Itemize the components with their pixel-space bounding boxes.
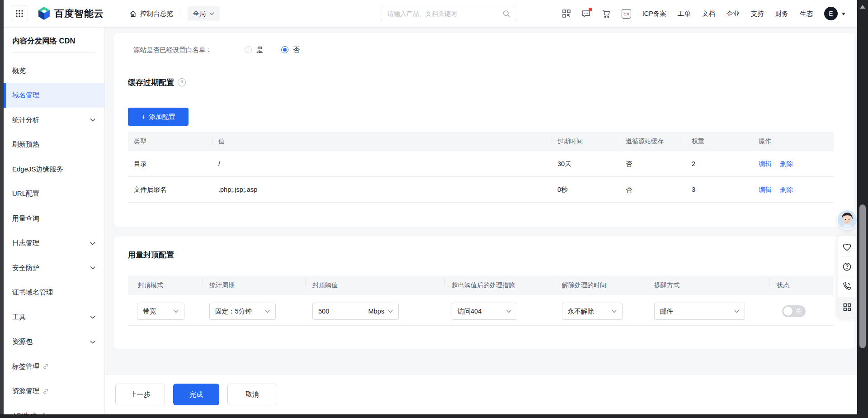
navbar-divider <box>180 10 180 17</box>
avatar[interactable]: E <box>824 7 838 20</box>
scrollbar-up-arrow[interactable] <box>860 2 865 9</box>
external-link-icon <box>42 363 49 370</box>
sidebar-item-url-config[interactable]: URL配置 <box>4 182 104 207</box>
finish-button[interactable]: 完成 <box>173 384 219 405</box>
account-caret-icon <box>842 13 845 17</box>
table-row: 文件后缀名 .php;.jsp;.asp 0秒 否 3 编辑 删除 <box>128 177 834 203</box>
window-frame-bottom <box>0 414 868 418</box>
region-label: 全局 <box>193 10 206 18</box>
col-expire: 过期时间 <box>552 132 620 151</box>
search-icon[interactable] <box>503 10 510 18</box>
help-icon[interactable]: ? <box>178 78 186 86</box>
cache-section-title: 缓存过期配置 ? <box>128 77 834 88</box>
radio-yes[interactable]: 是 <box>245 46 263 54</box>
nav-link-ticket[interactable]: 工单 <box>678 10 691 18</box>
col-stat-period: 统计周期 <box>202 281 305 290</box>
cart-icon[interactable] <box>602 10 610 18</box>
language-switch-icon[interactable]: En <box>622 9 631 19</box>
contact-button[interactable] <box>838 276 856 295</box>
chevron-down-icon <box>265 310 270 313</box>
notification-badge <box>589 8 592 11</box>
sidebar-item-resource-pack[interactable]: 资源包 <box>4 330 104 355</box>
radio-no[interactable]: 否 <box>281 46 300 54</box>
more-tools-button[interactable] <box>838 297 856 318</box>
nav-link-enterprise[interactable]: 企业 <box>726 10 740 18</box>
edit-link[interactable]: 编辑 <box>759 186 772 193</box>
threshold-unit-select[interactable]: Mbps <box>368 308 384 315</box>
app-launcher-button[interactable] <box>11 5 28 22</box>
toggle-knob <box>783 307 793 316</box>
brand-name: 百度智能云 <box>54 7 104 20</box>
sidebar-item-domain-management[interactable]: 域名管理 <box>4 83 104 108</box>
help-button[interactable] <box>838 257 856 276</box>
sidebar-item-tag-management[interactable]: 标签管理 <box>4 354 104 379</box>
edit-link[interactable]: 编辑 <box>759 160 772 167</box>
sidebar-item-api-generate[interactable]: API生成 <box>4 404 104 414</box>
qr-code-icon[interactable] <box>562 10 571 18</box>
global-search[interactable] <box>381 6 516 21</box>
chevron-down-icon <box>90 315 95 319</box>
threshold-input-group[interactable]: 500 Mbps <box>312 303 399 320</box>
col-notify-method: 提醒方式 <box>647 281 769 290</box>
chevron-down-icon <box>90 118 95 122</box>
threshold-value-input[interactable]: 500 <box>318 308 329 315</box>
assistant-avatar[interactable] <box>838 210 857 229</box>
sidebar-item-edgejs[interactable]: EdgeJS边缘服务 <box>4 157 104 182</box>
sidebar-item-statistics[interactable]: 统计分析 <box>4 108 104 133</box>
sidebar-item-security[interactable]: 安全防护 <box>4 256 104 280</box>
cap-controls-row: 带宽 固定：5分钟 500 Mbps <box>128 303 834 320</box>
chevron-down-icon <box>209 12 214 15</box>
message-bubble-icon[interactable] <box>582 10 590 18</box>
console-overview-label: 控制台总览 <box>140 10 173 18</box>
account-menu[interactable]: E <box>824 7 845 20</box>
chevron-down-icon <box>90 340 95 344</box>
scrollbar-thumb[interactable] <box>859 204 866 348</box>
cache-config-card: 源站是否已经设置白名单： 是 否 缓存过期配置 ? + 添加配置 类型 值 <box>114 33 854 227</box>
region-selector[interactable]: 全局 <box>188 6 220 21</box>
nav-link-ecosystem[interactable]: 生态 <box>800 10 813 18</box>
window-frame-left <box>0 0 4 418</box>
col-actions: 操作 <box>753 132 834 151</box>
console-overview-link[interactable]: 控制台总览 <box>129 10 173 18</box>
favorite-button[interactable] <box>838 238 856 256</box>
radio-yes-circle[interactable] <box>245 46 252 53</box>
table-header-row: 类型 值 过期时间 遵循源站缓存 权重 操作 <box>128 132 834 151</box>
prev-step-button[interactable]: 上一步 <box>115 384 165 405</box>
help-circle-icon <box>843 262 851 271</box>
sidebar-item-overview[interactable]: 概览 <box>4 58 104 83</box>
delete-link[interactable]: 删除 <box>780 186 793 193</box>
heart-icon <box>843 243 851 251</box>
sidebar-item-refresh-prefetch[interactable]: 刷新预热 <box>4 133 104 157</box>
nav-link-icp[interactable]: ICP备案 <box>642 10 666 18</box>
page-scrollbar[interactable] <box>857 0 868 414</box>
sidebar-item-cert-domain[interactable]: 证书域名管理 <box>4 280 104 305</box>
phone-icon <box>843 282 851 290</box>
sidebar-item-usage-query[interactable]: 用量查询 <box>4 206 104 231</box>
search-input[interactable] <box>387 10 503 18</box>
main-content: 源站是否已经设置白名单： 是 否 缓存过期配置 ? + 添加配置 类型 值 <box>105 27 857 414</box>
nav-link-finance[interactable]: 财务 <box>775 10 788 18</box>
cap-mode-select[interactable]: 带宽 <box>137 303 184 320</box>
nav-link-support[interactable]: 支持 <box>751 10 764 18</box>
usage-cap-card: 用量封顶配置 封顶模式 统计周期 封顶阈值 超出阈值后的处理措施 解除处理的时间… <box>114 237 854 349</box>
cap-divider <box>128 325 834 326</box>
cap-section-title: 用量封顶配置 <box>128 249 834 260</box>
sidebar-item-tools[interactable]: 工具 <box>4 305 104 330</box>
add-config-button[interactable]: + 添加配置 <box>128 108 189 126</box>
delete-link[interactable]: 删除 <box>780 160 793 167</box>
sidebar-item-log-management[interactable]: 日志管理 <box>4 231 104 256</box>
nav-link-docs[interactable]: 文档 <box>702 10 715 18</box>
radio-no-circle[interactable] <box>281 46 288 53</box>
release-time-select[interactable]: 永不解除 <box>562 303 623 320</box>
sidebar-item-resource-management[interactable]: 资源管理 <box>4 379 104 404</box>
stat-period-select[interactable]: 固定：5分钟 <box>209 303 276 320</box>
notify-method-select[interactable]: 邮件 <box>654 303 745 320</box>
chevron-down-icon <box>90 242 95 245</box>
over-action-select[interactable]: 访问404 <box>452 303 517 320</box>
brand-logo[interactable]: 百度智能云 <box>38 7 104 20</box>
status-toggle[interactable]: 关 <box>782 305 806 317</box>
plus-icon: + <box>142 113 146 121</box>
chevron-down-icon <box>734 310 739 313</box>
cancel-button[interactable]: 取消 <box>227 384 277 405</box>
footer-bar: 上一步 完成 取消 <box>105 375 857 414</box>
